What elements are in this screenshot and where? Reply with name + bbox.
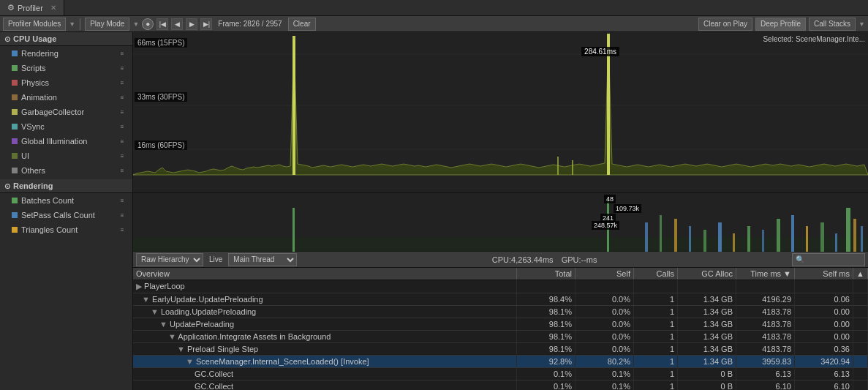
row-time: 4196.29 xyxy=(736,293,795,305)
rendering-label: Rendering xyxy=(21,49,118,58)
separator-1 xyxy=(80,18,80,30)
table-row[interactable]: ▼ Loading.UpdatePreloading 98.1% 0.0% 1 … xyxy=(133,306,868,318)
row-selfms: 6.10 xyxy=(795,380,853,390)
row-self: 0.0% xyxy=(575,343,634,355)
gc-label: GarbageCollector xyxy=(21,108,118,116)
row-extra xyxy=(853,343,868,355)
last-frame-btn[interactable]: ▶| xyxy=(200,18,212,30)
svg-rect-19 xyxy=(762,230,764,252)
sidebar-item-ui[interactable]: UI ≡ xyxy=(0,149,132,163)
profiler-tab[interactable]: ⚙ Profiler ✕ xyxy=(0,0,64,15)
col-time-ms: Time ms ▼ xyxy=(736,268,795,280)
sidebar-item-setpass[interactable]: SetPass Calls Count ≡ xyxy=(0,208,132,222)
clear-on-play-btn[interactable]: Clear on Play xyxy=(698,18,752,31)
play-mode-btn[interactable]: Play Mode xyxy=(85,18,129,31)
row-selfms: 0.00 xyxy=(795,306,853,318)
table-row[interactable]: GC.Collect 0.1% 0.1% 1 0 B 6.13 6.13 xyxy=(133,368,868,380)
render-peak-48: 48 xyxy=(604,195,616,203)
clear-btn[interactable]: Clear xyxy=(288,18,316,31)
svg-rect-24 xyxy=(835,233,837,252)
live-label: Live xyxy=(209,255,222,263)
setpass-label: SetPass Calls Count xyxy=(21,211,118,220)
module-menu-triangles[interactable]: ≡ xyxy=(118,225,127,234)
row-calls: 1 xyxy=(634,293,678,305)
next-frame-btn[interactable]: ▶ xyxy=(186,18,197,30)
animation-color xyxy=(12,94,18,100)
row-total: 98.1% xyxy=(517,306,575,318)
row-name: ▶ PlayerLoop xyxy=(133,280,517,293)
sidebar-item-gc[interactable]: GarbageCollector ≡ xyxy=(0,105,132,119)
search-input[interactable] xyxy=(792,253,865,266)
main-layout: ⊙ CPU Usage Rendering ≡ Scripts ≡ Physic… xyxy=(0,32,868,390)
sidebar-item-batches[interactable]: Batches Count ≡ xyxy=(0,193,132,208)
row-extra xyxy=(853,368,868,380)
row-calls: 1 xyxy=(634,380,678,390)
row-name: ▼ UpdatePreloading xyxy=(133,318,517,330)
rendering-header-label: Rendering xyxy=(13,181,53,190)
table-row[interactable]: ▼ Application.Integrate Assets in Backgr… xyxy=(133,331,868,343)
row-extra xyxy=(853,306,868,318)
row-gc xyxy=(678,280,736,293)
cpu-icon: ⊙ xyxy=(4,35,10,43)
chevron-down-icon: ▼ xyxy=(69,20,75,28)
sidebar-item-gi[interactable]: Global Illumination ≡ xyxy=(0,134,132,149)
row-total xyxy=(517,280,575,293)
table-row[interactable]: ▶ PlayerLoop xyxy=(133,280,868,293)
batches-color xyxy=(12,198,18,203)
module-menu-physics[interactable]: ≡ xyxy=(118,78,127,87)
first-frame-btn[interactable]: |◀ xyxy=(156,18,168,30)
svg-rect-17 xyxy=(733,233,735,252)
module-menu-rendering[interactable]: ≡ xyxy=(118,49,127,58)
module-menu-scripts[interactable]: ≡ xyxy=(118,64,127,72)
row-self xyxy=(575,280,634,293)
chevron-down-icon-3: ▼ xyxy=(858,20,865,28)
table-row[interactable]: ▼ SceneManager.Internal_SceneLoaded() [I… xyxy=(133,356,868,368)
sidebar-item-animation[interactable]: Animation ≡ xyxy=(0,90,132,105)
thread-select[interactable]: Main Thread Render Thread xyxy=(228,253,297,266)
sidebar-item-rendering[interactable]: Rendering ≡ xyxy=(0,46,132,61)
col-total: Total xyxy=(517,268,575,280)
svg-rect-13 xyxy=(674,219,677,252)
cpu-chart-section: 66ms (15FPS) 33ms (30FPS) 16ms (60FPS) S… xyxy=(133,32,868,193)
scripts-label: Scripts xyxy=(21,64,118,72)
col-sort[interactable]: ▲ xyxy=(853,268,868,280)
module-menu-gc[interactable]: ≡ xyxy=(118,108,127,116)
row-gc: 1.34 GB xyxy=(678,343,736,355)
record-btn[interactable]: ● xyxy=(142,18,154,30)
row-calls: 1 xyxy=(634,331,678,342)
module-menu-setpass[interactable]: ≡ xyxy=(118,211,127,220)
module-menu-animation[interactable]: ≡ xyxy=(118,93,127,102)
close-icon[interactable]: ✕ xyxy=(50,4,56,12)
svg-rect-27 xyxy=(861,226,863,252)
module-menu-gi[interactable]: ≡ xyxy=(118,137,127,146)
row-gc: 0 B xyxy=(678,368,736,380)
svg-rect-21 xyxy=(791,215,794,252)
sidebar-item-triangles[interactable]: Triangles Count ≡ xyxy=(0,222,132,237)
module-menu-vsync[interactable]: ≡ xyxy=(118,122,127,131)
table-row[interactable]: ▼ Preload Single Step 98.1% 0.0% 1 1.34 … xyxy=(133,343,868,356)
gc-color xyxy=(12,109,18,115)
sidebar-item-vsync[interactable]: VSync ≡ xyxy=(0,119,132,134)
svg-rect-25 xyxy=(846,208,850,252)
table-row[interactable]: ▼ UpdatePreloading 98.1% 0.0% 1 1.34 GB … xyxy=(133,318,868,331)
row-time: 6.10 xyxy=(736,380,795,390)
module-menu-batches[interactable]: ≡ xyxy=(118,196,127,205)
svg-rect-12 xyxy=(660,215,662,252)
deep-profile-btn[interactable]: Deep Profile xyxy=(755,18,806,31)
table-row[interactable]: ▼ EarlyUpdate.UpdatePreloading 98.4% 0.0… xyxy=(133,293,868,306)
table-row[interactable]: GC.Collect 0.1% 0.1% 1 0 B 6.10 6.10 xyxy=(133,380,868,390)
prev-frame-btn[interactable]: ◀ xyxy=(171,18,183,30)
module-menu-ui[interactable]: ≡ xyxy=(118,151,127,160)
sidebar-item-scripts[interactable]: Scripts ≡ xyxy=(0,61,132,75)
module-menu-others[interactable]: ≡ xyxy=(118,166,127,175)
cpu-gpu-info: CPU:4,263.44ms GPU:--ms xyxy=(300,255,789,264)
gi-label: Global Illumination xyxy=(21,137,118,146)
profiler-modules-btn[interactable]: Profiler Modules xyxy=(3,18,66,31)
call-stacks-btn[interactable]: Call Stacks xyxy=(809,18,856,31)
hierarchy-mode-select[interactable]: Raw Hierarchy Hierarchy Timeline xyxy=(136,253,203,266)
sidebar-item-physics[interactable]: Physics ≡ xyxy=(0,75,132,90)
sidebar-item-others[interactable]: Others ≡ xyxy=(0,163,132,178)
row-total: 0.1% xyxy=(517,380,575,390)
row-gc: 0 B xyxy=(678,380,736,390)
record-icon: ● xyxy=(146,20,150,28)
